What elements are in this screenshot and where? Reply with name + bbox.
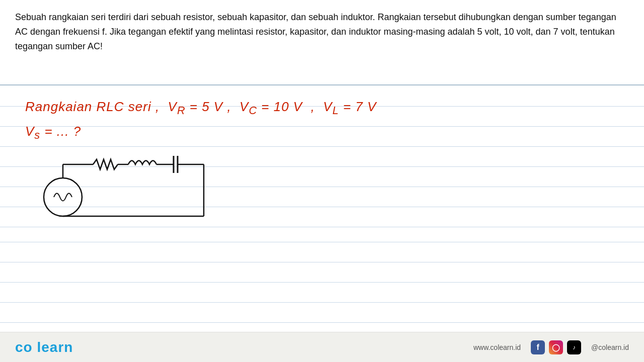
footer: co learn www.colearn.id f ◯ ♪ @colearn.i…: [0, 332, 644, 362]
facebook-icon[interactable]: f: [531, 340, 545, 354]
empty-section-1: [0, 242, 644, 283]
answer-section: Rangkaian RLC seri , VR = 5 V , VC = 10 …: [0, 86, 644, 242]
svg-point-0: [44, 178, 82, 216]
social-handle: @colearn.id: [591, 343, 629, 351]
tiktok-icon[interactable]: ♪: [567, 340, 581, 354]
social-icons: f ◯ ♪: [531, 340, 581, 354]
question-area: Sebuah rangkaian seri terdiri dari sebua…: [0, 0, 644, 85]
circuit-diagram: [28, 137, 249, 232]
colearn-logo: co learn: [15, 339, 73, 355]
main-content: Sebuah rangkaian seri terdiri dari sebua…: [0, 0, 644, 332]
website-url: www.colearn.id: [473, 343, 521, 351]
logo-text: co learn: [15, 339, 73, 355]
footer-right: www.colearn.id f ◯ ♪ @colearn.id: [473, 340, 629, 354]
empty-section-2: [0, 283, 644, 332]
handwritten-line1: Rangkaian RLC seri , VR = 5 V , VC = 10 …: [25, 96, 376, 120]
question-text: Sebuah rangkaian seri terdiri dari sebua…: [15, 10, 629, 53]
instagram-icon[interactable]: ◯: [549, 340, 563, 354]
